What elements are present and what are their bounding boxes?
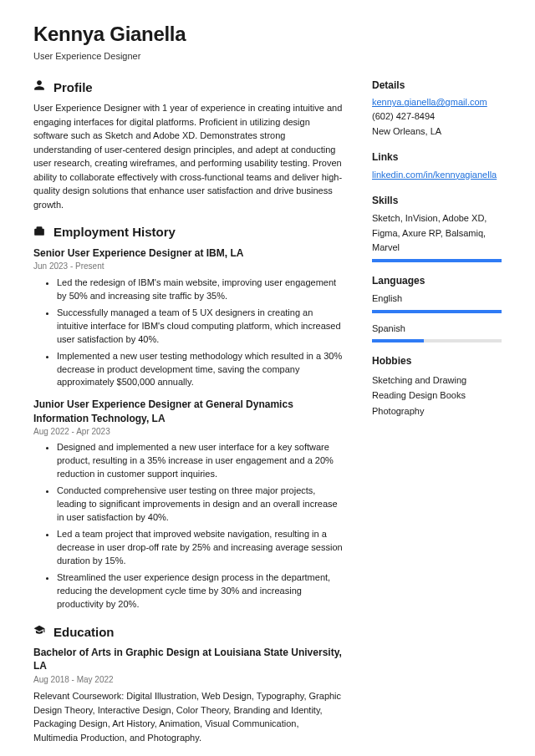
location-text: New Orleans, LA — [372, 124, 502, 140]
job-dates: Aug 2022 - Apr 2023 — [33, 426, 345, 439]
job-title: Senior User Experience Designer at IBM, … — [33, 246, 345, 260]
language-bar — [372, 339, 502, 342]
degree-title: Bachelor of Arts in Graphic Design at Lo… — [33, 646, 345, 672]
language-name: Spanish — [372, 322, 502, 337]
links-section: Links linkedin.com/in/kennyagianella — [372, 150, 502, 181]
skills-bar — [372, 259, 502, 262]
person-name: Kennya Gianella — [33, 20, 502, 49]
skills-text: Sketch, InVision, Adobe XD, Figma, Axure… — [372, 211, 502, 256]
education-heading: Education — [54, 623, 115, 642]
email-link[interactable]: kennya.gianella@gmail.com — [372, 97, 487, 107]
job-bullet: Conducted comprehensive user testing on … — [57, 485, 345, 525]
employment-section: Employment History Senior User Experienc… — [33, 223, 345, 611]
job-entry: Junior User Experience Designer at Gener… — [33, 398, 345, 611]
languages-heading: Languages — [372, 274, 502, 288]
job-bullet: Designed and implemented a new user inte… — [57, 441, 345, 481]
job-bullets: Led the redesign of IBM's main website, … — [33, 277, 345, 390]
hobby-item: Sketching and Drawing — [372, 373, 502, 388]
job-bullet: Led a team project that improved website… — [57, 528, 345, 568]
language-item: English — [372, 292, 502, 313]
job-bullet: Led the redesign of IBM's main website, … — [57, 277, 345, 303]
job-bullets: Designed and implemented a new user inte… — [33, 441, 345, 611]
profile-heading: Profile — [54, 79, 93, 97]
skills-section: Skills Sketch, InVision, Adobe XD, Figma… — [372, 194, 502, 262]
education-section: Education Bachelor of Arts in Graphic De… — [33, 623, 345, 745]
language-item: Spanish — [372, 322, 502, 343]
language-bar-fill — [372, 310, 502, 313]
job-title: Junior User Experience Designer at Gener… — [33, 398, 345, 424]
job-dates: Jun 2023 - Present — [33, 261, 345, 273]
profile-section: Profile User Experience Designer with 1 … — [33, 79, 345, 212]
hobby-item: Reading Design Books — [372, 388, 502, 403]
language-bar — [372, 310, 502, 313]
job-entry: Senior User Experience Designer at IBM, … — [33, 246, 345, 389]
skills-bar-fill — [372, 259, 502, 262]
phone-text: (602) 427-8494 — [372, 109, 502, 124]
skills-heading: Skills — [372, 194, 502, 208]
degree-dates: Aug 2018 - May 2022 — [33, 674, 345, 687]
degree-desc: Relevant Coursework: Digital Illustratio… — [33, 689, 345, 744]
links-heading: Links — [372, 150, 502, 165]
languages-section: Languages EnglishSpanish — [372, 274, 502, 343]
linkedin-link[interactable]: linkedin.com/in/kennyagianella — [372, 170, 497, 180]
language-bar-fill — [372, 339, 424, 342]
language-name: English — [372, 292, 502, 307]
briefcase-icon — [33, 225, 45, 241]
employment-heading: Employment History — [54, 223, 176, 241]
graduation-cap-icon — [33, 624, 45, 640]
job-bullet: Streamlined the user experience design p… — [57, 571, 345, 611]
profile-text: User Experience Designer with 1 year of … — [33, 101, 345, 211]
person-icon — [33, 79, 45, 95]
details-section: Details kennya.gianella@gmail.com (602) … — [372, 79, 502, 140]
job-bullet: Implemented a new user testing methodolo… — [57, 350, 345, 390]
details-heading: Details — [372, 79, 502, 93]
job-bullet: Successfully managed a team of 5 UX desi… — [57, 307, 345, 347]
person-title: User Experience Designer — [33, 50, 502, 63]
hobbies-section: Hobbies Sketching and DrawingReading Des… — [372, 354, 502, 419]
hobby-item: Photography — [372, 403, 502, 419]
hobbies-heading: Hobbies — [372, 354, 502, 368]
